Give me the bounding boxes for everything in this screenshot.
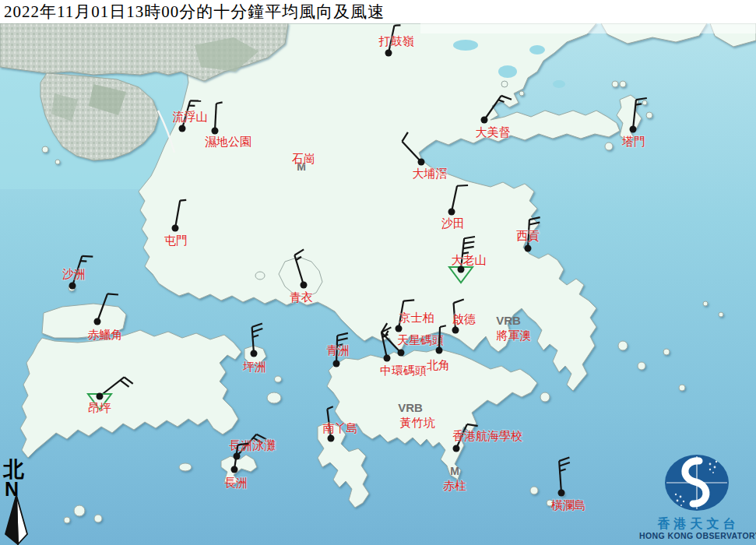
station-label: 大美督 (476, 125, 511, 139)
station-dot (458, 266, 465, 273)
title-haze-strip (420, 23, 756, 33)
station-label: 橫瀾島 (551, 499, 586, 512)
station-dot (251, 350, 258, 357)
station-label: 青洲 (326, 344, 350, 357)
variable-wind-marker: VRB (496, 314, 521, 327)
shek-kwu-chau-islet (179, 463, 192, 471)
station-label: 黃竹坑 (400, 417, 436, 429)
station-label: 流浮山 (173, 111, 208, 123)
wind-barb-tick (107, 294, 118, 294)
station-label: 京士柏 (399, 311, 434, 324)
wind-barb-tick (457, 185, 468, 186)
station-label: 大埔滘 (413, 167, 448, 180)
station-dot (453, 445, 460, 452)
station-label: 中環碼頭 (380, 364, 427, 377)
wind-barb-tick (82, 256, 93, 257)
station-label: 塔門 (621, 135, 645, 148)
station-dot (212, 128, 219, 135)
missing-data-marker: M (450, 465, 459, 477)
hong-kong-map: 打鼓嶺流浮山濕地公園M石崗大美督塔門大埔滘沙田西貢大老山京士柏啟德VRB將軍澳天… (0, 0, 756, 545)
hko-logo-name-en: HONG KONG OBSERVATORY (639, 531, 756, 540)
ma-wan-islet (255, 272, 265, 280)
station-label: 赤柱 (443, 480, 466, 492)
station-label: 天星碼頭 (397, 334, 444, 346)
station-label: 大老山 (452, 254, 487, 266)
wind-barb-tick (180, 200, 186, 201)
station-dot (179, 125, 186, 132)
station-dot (398, 350, 405, 357)
station-dot (452, 327, 459, 334)
station-dot (630, 126, 637, 133)
station-dot (525, 245, 532, 252)
wind-map-screen: 打鼓嶺流浮山濕地公園M石崗大美督塔門大埔滘沙田西貢大老山京士柏啟德VRB將軍澳天… (0, 0, 756, 545)
station-label: 沙洲 (62, 268, 86, 280)
wind-barb-tick (635, 104, 642, 104)
station-label: 香港航海學校 (452, 430, 522, 442)
station-dot (396, 325, 403, 332)
sunshine-islet (275, 376, 282, 382)
station-label: 青衣 (290, 291, 313, 304)
station-dot (172, 225, 179, 232)
station-label: 啟德 (452, 313, 476, 325)
variable-wind-marker: VRB (398, 401, 423, 414)
station-label: 南丫島 (323, 422, 358, 434)
station-dot (436, 347, 443, 354)
station-label: 石崗 (291, 153, 315, 165)
station-label: 長洲 (224, 476, 248, 489)
station-label: 坪洲 (242, 360, 266, 373)
station-label: 屯門 (164, 234, 188, 247)
station-dot (94, 318, 101, 325)
station-dot (448, 209, 455, 216)
station-label: 昂坪 (88, 402, 111, 414)
station-label: 將軍澳 (497, 329, 532, 342)
station-dot (481, 117, 488, 124)
station-dot (333, 360, 340, 367)
hei-ling-chau-islet (267, 392, 281, 403)
station-dot (385, 50, 392, 57)
station-dot (231, 466, 238, 473)
station-dot (328, 435, 335, 442)
map-title: 2022年11月01日13時00分的十分鐘平均風向及風速 (0, 1, 385, 23)
station-dot (301, 282, 308, 289)
wind-barb-tick (403, 300, 414, 301)
station-dot (97, 393, 104, 400)
station-label: 北角 (427, 359, 450, 371)
station-label: 長洲泳灘 (229, 439, 276, 452)
station-label: 西貢 (516, 230, 540, 242)
station-dot (558, 490, 565, 497)
station-dot (69, 283, 76, 290)
station-dot (418, 159, 425, 166)
title-bar: 2022年11月01日13時00分的十分鐘平均風向及風速 (0, 0, 756, 23)
station-label: 沙田 (441, 217, 465, 230)
station-label: 打鼓嶺 (378, 35, 414, 47)
station-label: 赤鱲角 (88, 329, 123, 341)
station-label: 濕地公園 (205, 135, 251, 148)
station-dot (384, 355, 391, 362)
hko-logo-name-zh: 香港天文台 (657, 516, 740, 530)
